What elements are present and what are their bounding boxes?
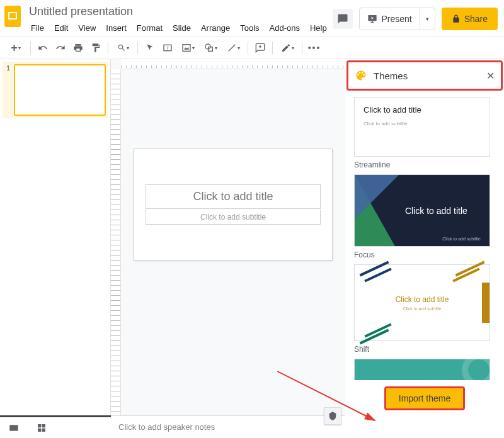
menu-help[interactable]: Help — [306, 21, 331, 35]
theme-preview-title: Click to add title — [396, 295, 449, 304]
subtitle-placeholder[interactable]: Click to add subtitle — [146, 210, 321, 225]
grid-view-button[interactable] — [28, 417, 55, 438]
image-icon — [181, 43, 192, 53]
notes-placeholder: Click to add speaker notes — [118, 422, 215, 432]
menu-insert[interactable]: Insert — [101, 21, 131, 35]
theme-momentum[interactable]: Click to add title — [354, 359, 490, 380]
import-theme-button[interactable]: Import theme — [384, 386, 465, 410]
print-button[interactable] — [70, 40, 86, 56]
menu-view[interactable]: View — [74, 21, 100, 35]
slide-stage[interactable]: Click to add title Click to add subtitle — [121, 69, 345, 415]
textbox-tool[interactable]: T — [159, 40, 176, 56]
header-right: Present ▼ Share — [333, 4, 498, 30]
thumbnail-preview — [14, 64, 106, 116]
explore-button[interactable] — [324, 407, 341, 425]
comments-button[interactable] — [333, 9, 353, 29]
redo-button[interactable] — [52, 40, 69, 56]
theme-preview-sub: Click to add subtitle — [403, 306, 442, 311]
share-label: Share — [464, 14, 488, 24]
slide-number: 1 — [6, 64, 10, 72]
zoom-button[interactable]: ▾ — [112, 40, 134, 56]
theme-shift[interactable]: Click to add title Click to add subtitle — [354, 264, 490, 341]
themes-title: Themes — [374, 70, 480, 81]
title-block: Untitled presentation File Edit View Ins… — [26, 4, 333, 35]
main-area: 1 Click to add title Click to add subtit… — [0, 59, 504, 415]
theme-preview-sub: Click to add subtitle — [442, 237, 481, 241]
redo-icon — [55, 43, 66, 53]
svg-marker-6 — [184, 47, 189, 50]
textbox-icon: T — [163, 43, 173, 53]
image-tool[interactable]: ▾ — [177, 40, 198, 56]
shape-tool[interactable]: ▾ — [200, 40, 221, 56]
new-slide-button[interactable]: +▾ — [5, 40, 26, 56]
comment-tool[interactable] — [252, 40, 268, 56]
filmstrip-icon — [9, 424, 19, 432]
zoom-icon — [117, 43, 126, 52]
background-menu[interactable]: ▾ — [277, 40, 298, 56]
menu-bar: File Edit View Insert Format Slide Arran… — [26, 21, 333, 35]
ruler-horizontal — [121, 59, 345, 69]
svg-line-9 — [228, 45, 235, 52]
theme-name: Shift — [354, 345, 495, 354]
bottom-bar: Click to add speaker notes — [0, 415, 345, 438]
theme-name: Streamline — [354, 160, 495, 169]
filmstrip-view-button[interactable] — [0, 417, 28, 438]
share-button[interactable]: Share — [442, 8, 498, 30]
themes-list[interactable]: Click to add title Click to add subtitle… — [345, 92, 504, 380]
explore-icon — [328, 411, 338, 421]
menu-edit[interactable]: Edit — [50, 21, 72, 35]
canvas-area: Click to add title Click to add subtitle — [111, 59, 345, 415]
separator — [30, 42, 31, 54]
theme-focus[interactable]: Click to add title Click to add subtitle — [354, 174, 490, 247]
undo-button[interactable] — [35, 40, 51, 56]
themes-header: Themes ✕ — [346, 60, 503, 91]
toolbar: +▾ ▾ T ▾ ▾ ▾ ▾ ••• — [0, 36, 504, 59]
svg-text:T: T — [166, 46, 169, 50]
more-icon[interactable]: ••• — [306, 40, 323, 56]
present-dropdown[interactable]: ▼ — [420, 8, 435, 30]
menu-file[interactable]: File — [26, 21, 49, 35]
doc-title[interactable]: Untitled presentation — [26, 4, 333, 20]
chevron-down-icon: ▼ — [425, 16, 430, 22]
menu-format[interactable]: Format — [132, 21, 167, 35]
subtitle-text: Click to add subtitle — [146, 213, 320, 222]
comment-icon — [337, 13, 348, 25]
present-label: Present — [381, 14, 411, 24]
grid-icon — [37, 423, 47, 433]
cursor-icon — [146, 43, 154, 52]
theme-streamline[interactable]: Click to add title Click to add subtitle — [354, 97, 490, 157]
menu-tools[interactable]: Tools — [236, 21, 263, 35]
svg-rect-15 — [38, 428, 41, 431]
lock-icon — [452, 14, 461, 23]
line-icon — [227, 43, 237, 53]
present-icon — [367, 14, 377, 24]
filmstrip: 1 — [0, 59, 111, 415]
shape-icon — [204, 43, 214, 53]
separator — [248, 42, 248, 54]
separator — [137, 42, 138, 54]
slide-thumbnail-1[interactable]: 1 — [3, 62, 108, 118]
close-icon: ✕ — [486, 70, 495, 81]
menu-arrange[interactable]: Arrange — [197, 21, 234, 35]
theme-preview-sub: Click to add subtitle — [364, 121, 481, 126]
slides-logo — [4, 5, 21, 28]
line-tool[interactable]: ▾ — [222, 40, 244, 56]
menu-slide[interactable]: Slide — [168, 21, 195, 35]
pen-icon — [281, 43, 291, 53]
themes-panel: Themes ✕ Click to add title Click to add… — [345, 59, 504, 415]
title-placeholder[interactable]: Click to add title — [146, 184, 321, 209]
select-tool[interactable] — [142, 40, 158, 56]
menu-addons[interactable]: Add-ons — [265, 21, 304, 35]
present-button[interactable]: Present — [360, 8, 419, 30]
speaker-notes[interactable]: Click to add speaker notes — [111, 415, 345, 438]
slide[interactable]: Click to add title Click to add subtitle — [134, 149, 333, 261]
close-themes-button[interactable]: ✕ — [486, 70, 495, 82]
paint-format-button[interactable] — [88, 40, 104, 56]
svg-rect-12 — [9, 425, 18, 430]
theme-preview-title: Click to add title — [364, 105, 481, 115]
title-text: Click to add title — [146, 190, 320, 203]
view-buttons — [0, 415, 111, 438]
svg-rect-16 — [42, 428, 45, 431]
separator — [108, 42, 108, 54]
separator — [302, 42, 302, 54]
